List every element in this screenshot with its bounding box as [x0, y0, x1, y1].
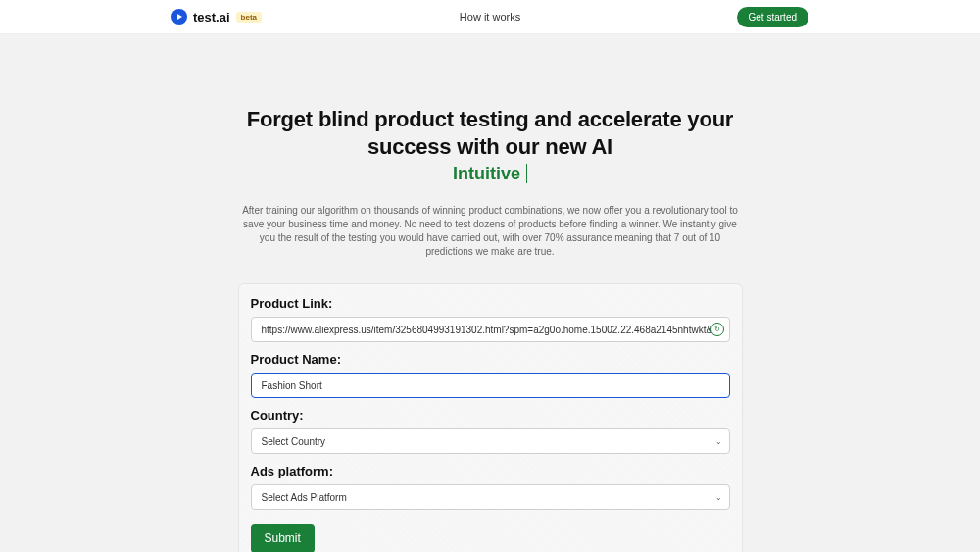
country-select[interactable]: Select Country — [251, 428, 730, 454]
hero-description: After training our algorithm on thousand… — [238, 204, 743, 259]
nav-how-it-works[interactable]: How it works — [460, 11, 520, 23]
logo-group[interactable]: test.ai beta — [172, 9, 262, 25]
product-name-label: Product Name: — [251, 352, 730, 367]
ads-platform-label: Ads platform: — [251, 464, 730, 478]
brand-name: test.ai — [193, 10, 230, 25]
product-name-group: Product Name: — [251, 352, 730, 398]
get-started-button[interactable]: Get started — [737, 7, 808, 27]
header: test.ai beta How it works Get started — [0, 0, 980, 34]
ads-platform-select-placeholder: Select Ads Platform — [262, 492, 347, 503]
main-content: Forget blind product testing and acceler… — [238, 34, 743, 552]
hero-title: Forget blind product testing and acceler… — [238, 106, 743, 160]
product-link-group: Product Link: ↻ — [251, 296, 730, 342]
ads-platform-select[interactable]: Select Ads Platform — [251, 484, 730, 510]
product-link-input[interactable] — [251, 317, 730, 342]
play-circle-icon — [172, 9, 187, 25]
arrow-circle-icon[interactable]: ↻ — [710, 323, 724, 336]
ads-platform-group: Ads platform: Select Ads Platform ⌄ — [251, 464, 730, 510]
product-link-label: Product Link: — [251, 296, 730, 311]
hero-subtitle: Intuitive — [238, 164, 743, 184]
hero-animated-word: Intuitive — [453, 164, 520, 183]
beta-badge: beta — [236, 12, 262, 23]
submit-button[interactable]: Submit — [251, 524, 315, 552]
form-panel: Product Link: ↻ Product Name: Country: S… — [238, 283, 743, 552]
product-name-input[interactable] — [251, 373, 730, 398]
country-label: Country: — [251, 408, 730, 423]
typing-cursor-icon — [521, 164, 527, 183]
country-group: Country: Select Country ⌄ — [251, 408, 730, 454]
country-select-placeholder: Select Country — [262, 436, 326, 447]
